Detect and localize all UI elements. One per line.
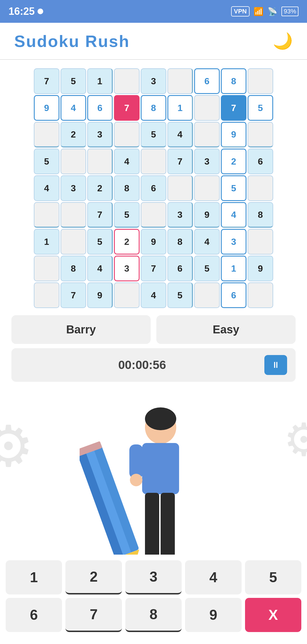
sudoku-grid[interactable]: 7513689467817523549547326432865753948152… bbox=[34, 68, 273, 308]
cell-r4-c4[interactable]: 6 bbox=[141, 175, 166, 201]
num-9-button[interactable]: 9 bbox=[185, 598, 241, 632]
cell-r7-c8[interactable]: 9 bbox=[248, 256, 273, 281]
dark-mode-icon[interactable]: 🌙 bbox=[273, 32, 293, 50]
cell-r8-c6[interactable] bbox=[194, 282, 220, 308]
difficulty-label: Easy bbox=[213, 323, 239, 336]
cell-r1-c8[interactable]: 5 bbox=[248, 95, 273, 121]
cell-r0-c6[interactable]: 6 bbox=[194, 68, 220, 94]
cell-r1-c4[interactable]: 8 bbox=[141, 95, 166, 121]
app-title: Sudoku Rush bbox=[14, 32, 130, 51]
cell-r1-c0[interactable]: 9 bbox=[34, 95, 59, 121]
cell-r8-c4[interactable]: 4 bbox=[141, 282, 166, 308]
cell-r8-c1[interactable]: 7 bbox=[61, 282, 86, 308]
cell-r7-c0[interactable] bbox=[34, 256, 59, 281]
num-6-button[interactable]: 6 bbox=[6, 598, 62, 632]
cell-r2-c2[interactable]: 3 bbox=[87, 122, 113, 147]
cell-r7-c3[interactable]: 3 bbox=[114, 256, 140, 281]
cell-r1-c1[interactable]: 4 bbox=[61, 95, 86, 121]
cell-r1-c3[interactable]: 7 bbox=[114, 95, 140, 121]
cell-r0-c2[interactable]: 1 bbox=[87, 68, 113, 94]
cell-r0-c5[interactable] bbox=[167, 68, 193, 94]
delete-button[interactable]: X bbox=[245, 598, 301, 632]
cell-r2-c3[interactable] bbox=[114, 122, 140, 147]
cell-r0-c3[interactable] bbox=[114, 68, 140, 94]
cell-r5-c8[interactable]: 8 bbox=[248, 202, 273, 228]
num-8-button[interactable]: 8 bbox=[125, 598, 182, 632]
num-5-button[interactable]: 5 bbox=[245, 560, 301, 594]
pause-button[interactable]: ⏸ bbox=[264, 355, 287, 375]
cell-r4-c0[interactable]: 4 bbox=[34, 175, 59, 201]
difficulty-box: Easy bbox=[156, 315, 296, 344]
cell-r2-c1[interactable]: 2 bbox=[61, 122, 86, 147]
cell-r0-c8[interactable] bbox=[248, 68, 273, 94]
sudoku-container: 7513689467817523549547326432865753948152… bbox=[0, 60, 307, 311]
cell-r2-c7[interactable]: 9 bbox=[221, 122, 246, 147]
cell-r5-c6[interactable]: 9 bbox=[194, 202, 220, 228]
cell-r6-c8[interactable] bbox=[248, 229, 273, 255]
cell-r6-c2[interactable]: 5 bbox=[87, 229, 113, 255]
cell-r3-c2[interactable] bbox=[87, 149, 113, 174]
cell-r1-c5[interactable]: 1 bbox=[167, 95, 193, 121]
num-1-button[interactable]: 1 bbox=[6, 560, 62, 594]
cell-r3-c8[interactable]: 6 bbox=[248, 149, 273, 174]
cell-r5-c5[interactable]: 3 bbox=[167, 202, 193, 228]
cell-r6-c0[interactable]: 1 bbox=[34, 229, 59, 255]
cell-r2-c5[interactable]: 4 bbox=[167, 122, 193, 147]
cell-r7-c1[interactable]: 8 bbox=[61, 256, 86, 281]
cell-r3-c1[interactable] bbox=[61, 149, 86, 174]
cell-r0-c7[interactable]: 8 bbox=[221, 68, 246, 94]
cell-r8-c8[interactable] bbox=[248, 282, 273, 308]
cell-r7-c4[interactable]: 7 bbox=[141, 256, 166, 281]
cell-r0-c1[interactable]: 5 bbox=[61, 68, 86, 94]
cell-r6-c1[interactable] bbox=[61, 229, 86, 255]
cell-r6-c5[interactable]: 8 bbox=[167, 229, 193, 255]
cell-r2-c4[interactable]: 5 bbox=[141, 122, 166, 147]
cell-r2-c8[interactable] bbox=[248, 122, 273, 147]
cell-r4-c7[interactable]: 5 bbox=[221, 175, 246, 201]
cell-r0-c4[interactable]: 3 bbox=[141, 68, 166, 94]
cell-r8-c2[interactable]: 9 bbox=[87, 282, 113, 308]
cell-r2-c0[interactable] bbox=[34, 122, 59, 147]
cell-r4-c5[interactable] bbox=[167, 175, 193, 201]
cell-r0-c0[interactable]: 7 bbox=[34, 68, 59, 94]
cell-r4-c6[interactable] bbox=[194, 175, 220, 201]
cell-r1-c2[interactable]: 6 bbox=[87, 95, 113, 121]
cell-r6-c7[interactable]: 3 bbox=[221, 229, 246, 255]
cell-r8-c0[interactable] bbox=[34, 282, 59, 308]
cell-r2-c6[interactable] bbox=[194, 122, 220, 147]
cell-r5-c0[interactable] bbox=[34, 202, 59, 228]
cell-r4-c1[interactable]: 3 bbox=[61, 175, 86, 201]
cell-r4-c3[interactable]: 8 bbox=[114, 175, 140, 201]
cell-r8-c5[interactable]: 5 bbox=[167, 282, 193, 308]
cell-r4-c8[interactable] bbox=[248, 175, 273, 201]
cell-r7-c6[interactable]: 5 bbox=[194, 256, 220, 281]
cell-r7-c2[interactable]: 4 bbox=[87, 256, 113, 281]
battery-icon: 93% bbox=[281, 7, 298, 16]
cell-r6-c6[interactable]: 4 bbox=[194, 229, 220, 255]
cell-r3-c6[interactable]: 3 bbox=[194, 149, 220, 174]
cell-r4-c2[interactable]: 2 bbox=[87, 175, 113, 201]
cell-r3-c4[interactable] bbox=[141, 149, 166, 174]
cell-r5-c1[interactable] bbox=[61, 202, 86, 228]
cell-r3-c5[interactable]: 7 bbox=[167, 149, 193, 174]
cell-r7-c5[interactable]: 6 bbox=[167, 256, 193, 281]
num-4-button[interactable]: 4 bbox=[185, 560, 241, 594]
cell-r8-c7[interactable]: 6 bbox=[221, 282, 246, 308]
cell-r1-c7[interactable]: 7 bbox=[221, 95, 246, 121]
cell-r3-c0[interactable]: 5 bbox=[34, 149, 59, 174]
cell-r5-c2[interactable]: 7 bbox=[87, 202, 113, 228]
num-7-button[interactable]: 7 bbox=[65, 598, 122, 632]
cell-r1-c6[interactable] bbox=[194, 95, 220, 121]
cell-r6-c3[interactable]: 2 bbox=[114, 229, 140, 255]
cell-r5-c3[interactable]: 5 bbox=[114, 202, 140, 228]
timer-bar: 00:00:56 ⏸ bbox=[11, 348, 296, 382]
cell-r8-c3[interactable] bbox=[114, 282, 140, 308]
cell-r6-c4[interactable]: 9 bbox=[141, 229, 166, 255]
num-3-button[interactable]: 3 bbox=[125, 560, 182, 594]
cell-r3-c7[interactable]: 2 bbox=[221, 149, 246, 174]
cell-r5-c4[interactable] bbox=[141, 202, 166, 228]
cell-r5-c7[interactable]: 4 bbox=[221, 202, 246, 228]
cell-r7-c7[interactable]: 1 bbox=[221, 256, 246, 281]
num-2-button[interactable]: 2 bbox=[65, 560, 122, 594]
cell-r3-c3[interactable]: 4 bbox=[114, 149, 140, 174]
